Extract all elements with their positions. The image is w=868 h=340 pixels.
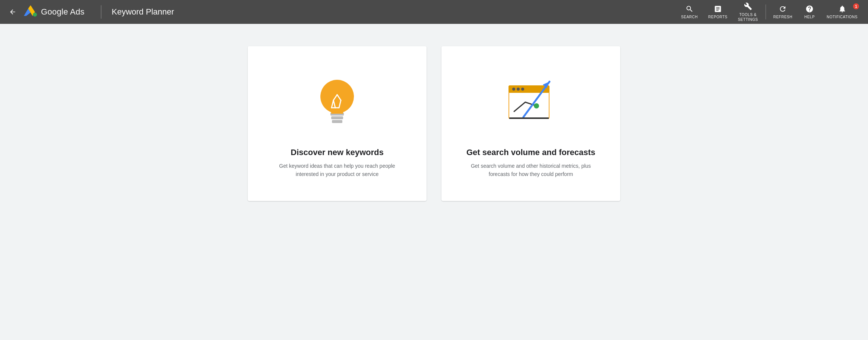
discover-keywords-title: Discover new keywords [291, 148, 383, 157]
help-label: HELP [804, 15, 815, 19]
svg-point-19 [521, 88, 524, 91]
discover-keywords-description: Get keyword ideas that can help you reac… [274, 162, 400, 179]
page-title: Keyword Planner [112, 7, 174, 17]
svg-rect-12 [331, 116, 343, 119]
header: Google Ads Keyword Planner SEARCH REPORT… [0, 0, 868, 24]
svg-point-17 [512, 88, 515, 91]
notifications-label: NOTIFICATIONS [827, 15, 858, 19]
tools-settings-button[interactable]: TOOLS &SETTINGS [734, 0, 763, 25]
help-button[interactable]: HELP [798, 2, 821, 22]
logo-area: Google Ads [24, 5, 85, 19]
reports-label: REPORTS [708, 15, 728, 19]
search-volume-title: Get search volume and forecasts [466, 148, 595, 157]
refresh-button[interactable]: REFRESH [769, 2, 797, 22]
discover-keywords-card[interactable]: Discover new keywords Get keyword ideas … [248, 46, 427, 201]
reports-icon [714, 5, 722, 14]
back-button[interactable] [6, 5, 19, 19]
google-ads-logo [24, 5, 37, 19]
help-icon [805, 5, 814, 14]
search-volume-card[interactable]: Get search volume and forecasts Get sear… [441, 46, 620, 201]
tools-icon [744, 2, 752, 12]
search-button[interactable]: SEARCH [677, 2, 702, 22]
refresh-label: REFRESH [773, 15, 792, 19]
header-left: Google Ads Keyword Planner [6, 5, 174, 19]
svg-point-2 [33, 13, 37, 17]
tools-settings-label: TOOLS &SETTINGS [738, 12, 758, 22]
svg-rect-14 [331, 111, 343, 114]
svg-point-21 [534, 103, 539, 108]
notifications-icon [838, 5, 846, 14]
svg-point-18 [517, 88, 520, 91]
chart-forecast-icon [501, 74, 561, 130]
header-divider [101, 5, 101, 19]
notification-badge: 1 [853, 3, 859, 9]
search-volume-description: Get search volume and other historical m… [468, 162, 594, 179]
search-volume-icon-area [497, 69, 564, 136]
reports-button[interactable]: REPORTS [704, 2, 732, 22]
header-right: SEARCH REPORTS TOOLS &SETTINGS [677, 0, 862, 25]
search-icon [685, 5, 694, 14]
app-title: Google Ads [41, 7, 85, 17]
discover-keywords-icon-area [304, 69, 371, 136]
refresh-icon [779, 5, 787, 14]
svg-rect-20 [509, 93, 549, 118]
main-content: Discover new keywords Get keyword ideas … [0, 24, 868, 340]
svg-rect-24 [509, 117, 549, 119]
lightbulb-icon [311, 72, 363, 132]
svg-rect-13 [332, 120, 342, 123]
header-section-divider [766, 4, 766, 19]
search-label: SEARCH [681, 15, 698, 19]
notifications-button[interactable]: 1 NOTIFICATIONS [822, 2, 862, 22]
